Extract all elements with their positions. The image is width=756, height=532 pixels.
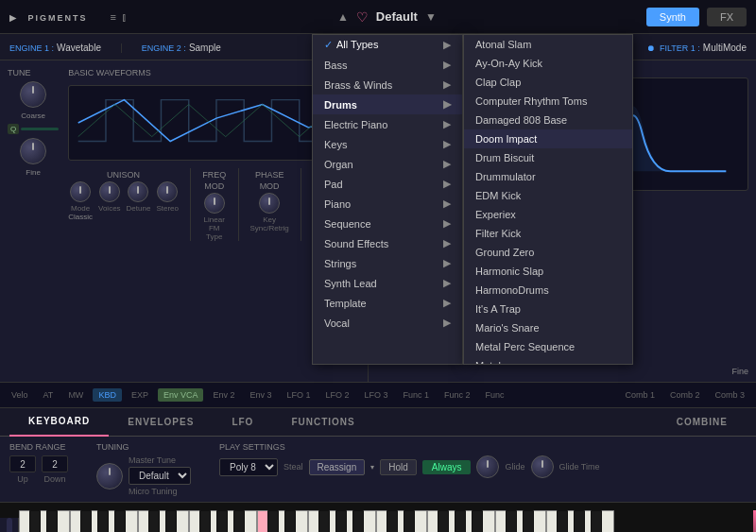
sub-item-filter-kick[interactable]: Filter Kick xyxy=(464,224,632,243)
black-key[interactable] xyxy=(557,510,568,532)
detune-knob[interactable] xyxy=(128,181,148,202)
micro-tuning-select[interactable]: Default xyxy=(129,467,191,485)
heart-icon[interactable]: ♡ xyxy=(356,9,369,25)
dropdown-item-pad[interactable]: Pad ▶ xyxy=(313,174,462,194)
black-key[interactable] xyxy=(80,510,92,532)
sub-item-metalanог[interactable]: Metalanог xyxy=(464,356,632,365)
sub-item-ay-on-ay[interactable]: Ay-On-Ay Kick xyxy=(464,54,632,73)
sub-item-experiex[interactable]: Experiex xyxy=(464,205,632,224)
sub-item-ground-zero[interactable]: Ground Zero xyxy=(464,243,632,262)
bend-up-input[interactable] xyxy=(9,455,36,472)
sub-item-metal-perc[interactable]: Metal Perc Sequence xyxy=(464,337,632,356)
tab-combine[interactable]: COMBINE xyxy=(658,408,747,437)
mod-at[interactable]: AT xyxy=(38,388,60,402)
poly-mode-select[interactable]: Poly 8 xyxy=(219,458,278,476)
mod-comb2[interactable]: Comb 2 xyxy=(664,388,706,402)
synth-button[interactable]: Synth xyxy=(646,8,699,26)
black-key[interactable] xyxy=(387,510,398,532)
sub-item-damaged-808[interactable]: Damaged 808 Base xyxy=(464,111,632,129)
dropdown-item-bass[interactable]: Bass ▶ xyxy=(313,55,462,75)
fine-knob[interactable] xyxy=(20,138,46,164)
black-key[interactable] xyxy=(267,510,279,532)
mod-func1[interactable]: Func 1 xyxy=(398,388,436,402)
sub-item-drum-biscuit[interactable]: Drum Biscuit xyxy=(464,148,632,167)
black-key[interactable] xyxy=(97,510,109,532)
reassign-button[interactable]: Reassign xyxy=(309,459,366,475)
mod-velo[interactable]: Velo xyxy=(6,388,34,402)
dropdown-item-piano[interactable]: Piano ▶ xyxy=(313,194,462,214)
glide-knob[interactable] xyxy=(476,455,499,478)
bars-icon[interactable]: ⫿ xyxy=(122,11,128,23)
black-key[interactable] xyxy=(472,510,483,532)
black-key[interactable] xyxy=(455,510,466,532)
mode-selector[interactable] xyxy=(70,181,91,202)
dropdown-item-organ[interactable]: Organ ▶ xyxy=(313,154,462,174)
prev-arrow[interactable]: ▲ xyxy=(337,10,349,24)
freq-mod-knob[interactable] xyxy=(204,193,225,214)
master-tune-knob[interactable] xyxy=(96,463,123,489)
sub-item-computer-rhythm[interactable]: Computer Rhythm Toms xyxy=(464,92,632,111)
black-key[interactable] xyxy=(335,510,347,532)
glide-time-knob[interactable] xyxy=(531,455,554,478)
sub-item-harmonic-slap[interactable]: Harmonic Slap xyxy=(464,262,632,281)
mod-lfo1[interactable]: LFO 1 xyxy=(281,388,316,402)
mod-env2[interactable]: Env 2 xyxy=(207,388,240,402)
black-key[interactable] xyxy=(574,510,585,532)
stereo-knob[interactable] xyxy=(157,181,178,202)
dropdown-item-synth-lead[interactable]: Synth Lead ▶ xyxy=(313,273,462,293)
black-key[interactable] xyxy=(29,510,41,532)
sub-item-marios-snare[interactable]: Mario's Snare xyxy=(464,318,632,337)
dropdown-item-template[interactable]: Template ▶ xyxy=(313,293,462,313)
mod-lfo3[interactable]: LFO 3 xyxy=(358,388,393,402)
fx-button[interactable]: FX xyxy=(707,8,747,26)
dropdown-item-drums[interactable]: Drums ▶ xyxy=(313,94,462,114)
black-key[interactable] xyxy=(352,510,364,532)
next-arrow[interactable]: ▼ xyxy=(425,10,437,24)
dropdown-item-sequence[interactable]: Sequence ▶ xyxy=(313,214,462,233)
phase-mod-knob[interactable] xyxy=(259,193,280,214)
sub-item-doom-impact[interactable]: Doom Impact xyxy=(464,129,632,148)
dropdown-item-brass[interactable]: Brass & Winds ▶ xyxy=(313,75,462,94)
black-key[interactable] xyxy=(114,510,126,532)
black-key[interactable] xyxy=(523,510,534,532)
black-key[interactable] xyxy=(591,510,602,532)
tune-slider[interactable] xyxy=(21,128,59,130)
menu-icon[interactable]: ≡ xyxy=(111,11,116,23)
voices-knob[interactable] xyxy=(99,181,120,202)
mod-env-vca[interactable]: Env VCA xyxy=(158,388,204,402)
hold-button[interactable]: Hold xyxy=(380,459,417,475)
sub-item-drummulator[interactable]: Drummulator xyxy=(464,167,632,186)
black-key[interactable] xyxy=(506,510,517,532)
mod-env3[interactable]: Env 3 xyxy=(244,388,277,402)
tab-lfo[interactable]: LFO xyxy=(213,408,272,437)
black-key[interactable] xyxy=(233,510,245,532)
black-key[interactable] xyxy=(199,510,211,532)
black-key[interactable] xyxy=(148,510,160,532)
sub-item-edm-kick[interactable]: EDM Kick xyxy=(464,186,632,205)
sub-item-its-a-trap[interactable]: It's A Trap xyxy=(464,300,632,318)
piano-keys[interactable] xyxy=(19,510,756,532)
mod-func2[interactable]: Func 2 xyxy=(438,388,476,402)
sub-item-clap-clap[interactable]: Clap Clap xyxy=(464,73,632,92)
pitch-slider[interactable] xyxy=(7,518,12,532)
always-button[interactable]: Always xyxy=(422,460,472,474)
sub-item-atonal-slam[interactable]: Atonal Slam xyxy=(464,35,632,54)
mod-func[interactable]: Func xyxy=(480,388,510,402)
mod-exp[interactable]: EXP xyxy=(126,388,154,402)
dropdown-item-keys[interactable]: Keys ▶ xyxy=(313,134,462,154)
dropdown-item-vocal[interactable]: Vocal ▶ xyxy=(313,313,462,333)
black-key[interactable] xyxy=(46,510,58,532)
black-key[interactable] xyxy=(165,510,177,532)
coarse-knob[interactable] xyxy=(20,81,46,108)
black-key[interactable] xyxy=(438,510,449,532)
dropdown-item-all-types[interactable]: ✓All Types ▶ xyxy=(313,35,462,55)
black-key[interactable] xyxy=(404,510,415,532)
dropdown-item-sound-effects[interactable]: Sound Effects ▶ xyxy=(313,233,462,253)
dropdown-item-strings[interactable]: Strings ▶ xyxy=(313,253,462,273)
mod-lfo2[interactable]: LFO 2 xyxy=(319,388,354,402)
black-key[interactable] xyxy=(318,510,330,532)
mod-kbd[interactable]: KBD xyxy=(93,388,122,402)
sub-item-harmonodrums[interactable]: HarmonoDrums xyxy=(464,281,632,300)
mod-mw[interactable]: MW xyxy=(62,388,89,402)
mod-comb1[interactable]: Comb 1 xyxy=(619,388,661,402)
